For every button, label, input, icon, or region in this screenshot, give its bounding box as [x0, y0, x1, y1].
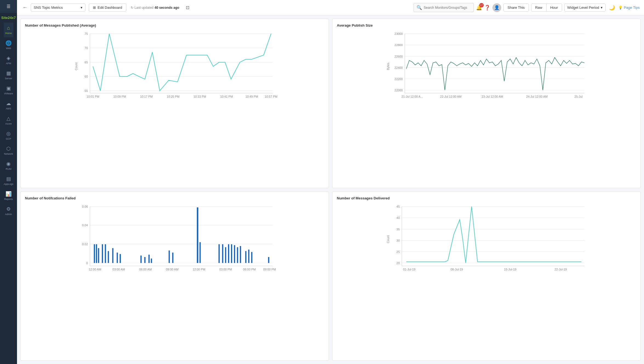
hour-button[interactable]: Hour [546, 4, 562, 11]
hamburger-icon: ☰ [7, 4, 10, 9]
chevron-down-icon: ▾ [81, 5, 82, 10]
sidebar-label-vmware: VMware [4, 92, 13, 95]
chart3-title: Number of Notifcations Failed [25, 196, 324, 200]
svg-rect-84 [245, 251, 246, 263]
svg-text:22000: 22000 [394, 89, 403, 92]
svg-text:10:25 PM: 10:25 PM [167, 95, 179, 98]
dashboard-selector[interactable]: SNS Topic Metrics ▾ [31, 4, 86, 12]
hamburger-button[interactable]: ☰ [0, 0, 17, 13]
svg-text:23000: 23000 [394, 32, 403, 35]
sidebar-item-home[interactable]: ⌂Home [4, 22, 13, 37]
chevron-down-icon: ▾ [601, 5, 603, 10]
svg-text:0.02: 0.02 [82, 242, 88, 246]
svg-text:22200: 22200 [394, 77, 403, 81]
chart-messages-published: Number of Messages Published (Average) 7… [20, 19, 329, 188]
back-button[interactable]: ← [21, 4, 29, 12]
monitor-button[interactable]: ⊡ [184, 3, 192, 12]
svg-text:40: 40 [397, 216, 400, 219]
chart4-svg: 45 40 35 30 25 20 Count 01-Jul-19 08-Jul… [337, 204, 636, 275]
sidebar-item-applogs[interactable]: ▤AppLogs [4, 173, 13, 188]
svg-rect-65 [112, 248, 113, 263]
sidebar-label-gcp: GCP [6, 137, 11, 140]
chart-notifications-failed: Number of Notifcations Failed 0.06 0.04 … [20, 191, 329, 361]
svg-text:10:49 PM: 10:49 PM [245, 95, 258, 98]
avatar[interactable]: 👤 [492, 3, 501, 12]
svg-text:09:00 AM: 09:00 AM [166, 267, 178, 271]
svg-rect-60 [96, 244, 97, 263]
svg-text:01-Jul-19: 01-Jul-19 [403, 267, 415, 271]
topbar: ← SNS Topic Metrics ▾ ⊞ Edit Dashboard ↻… [17, 0, 644, 15]
svg-text:09:00 PM: 09:00 PM [263, 267, 276, 271]
network-icon: ⬡ [6, 146, 11, 152]
sidebar-item-gcp[interactable]: ◎GCP [4, 128, 13, 143]
svg-rect-81 [234, 245, 235, 263]
svg-text:22800: 22800 [394, 43, 403, 47]
sidebar-item-aws[interactable]: ☁AWS [4, 98, 13, 113]
svg-text:06:00 AM: 06:00 AM [139, 267, 152, 271]
svg-text:30: 30 [397, 239, 400, 242]
sidebar-item-azure[interactable]: △Azure [4, 113, 13, 128]
help-button[interactable]: ❓ [484, 5, 490, 11]
sidebar-label-web: Web [6, 47, 11, 50]
svg-rect-79 [228, 244, 229, 263]
svg-text:10:17 PM: 10:17 PM [140, 95, 153, 98]
svg-text:Bytes: Bytes [386, 63, 390, 70]
share-button[interactable]: Share This [503, 4, 529, 12]
dark-mode-button[interactable]: 🌙 [608, 4, 616, 12]
svg-text:45: 45 [397, 205, 400, 208]
search-input[interactable] [424, 6, 471, 10]
sidebar-item-apm[interactable]: ◈APM [4, 52, 13, 67]
svg-rect-73 [172, 252, 173, 263]
svg-text:65: 65 [85, 61, 88, 64]
edit-dashboard-button[interactable]: ⊞ Edit Dashboard [89, 4, 126, 12]
svg-rect-62 [102, 244, 103, 263]
sidebar-label-home: Home [5, 32, 12, 35]
chart2-title: Average Publish Size [337, 23, 636, 27]
chart1-title: Number of Messages Published (Average) [25, 23, 324, 27]
period-selector[interactable]: Widget Level Period ▾ [564, 4, 606, 12]
svg-text:10:57 PM: 10:57 PM [265, 95, 277, 98]
sidebar-item-reports[interactable]: 📊Reports [4, 188, 13, 203]
sidebar-item-vmware[interactable]: ▣VMware [4, 83, 13, 98]
dashboard-name: SNS Topic Metrics [34, 5, 63, 10]
sidebar-label-rum: RUM [6, 168, 12, 170]
apm-icon: ◈ [7, 55, 10, 61]
chart4-title: Number of Messages Delivered [337, 196, 636, 200]
svg-text:25-Jul: 25-Jul [574, 95, 583, 98]
svg-rect-70 [149, 255, 150, 263]
svg-text:Count: Count [75, 63, 78, 70]
chart-messages-delivered: Number of Messages Delivered 45 40 [332, 191, 641, 361]
chart4-wrapper: 45 40 35 30 25 20 Count 01-Jul-19 08-Jul… [337, 204, 636, 275]
sidebar-item-server[interactable]: ▦Server [4, 67, 13, 83]
notification-badge: 17 [479, 3, 484, 7]
svg-rect-74 [197, 207, 198, 263]
svg-text:15-Jul-19: 15-Jul-19 [504, 267, 516, 271]
sidebar-item-rum[interactable]: ◉RUM [4, 158, 13, 173]
notification-bell[interactable]: 🔔 17 [476, 5, 482, 11]
sidebar-label-aws: AWS [6, 107, 11, 110]
sidebar-item-network[interactable]: ⬡Network [4, 143, 13, 158]
chart3-wrapper: 0.06 0.04 0.02 0 12:00 AM 03:00 AM 06:00… [25, 204, 324, 275]
refresh-info: ↻ Last updated 40 seconds ago [131, 6, 179, 10]
svg-text:0.04: 0.04 [82, 224, 88, 227]
svg-text:22-Jul-19: 22-Jul-19 [554, 267, 567, 271]
sidebar-item-admin[interactable]: ⚙Admin [4, 203, 13, 218]
svg-text:06:00 PM: 06:00 PM [243, 267, 256, 271]
vmware-icon: ▣ [6, 85, 11, 91]
chart-avg-publish-size: Average Publish Size 23000 22800 [332, 19, 641, 188]
svg-rect-63 [105, 244, 106, 263]
svg-text:03:00 PM: 03:00 PM [219, 267, 232, 271]
page-tips-button[interactable]: 💡 Page Tips [618, 5, 640, 10]
svg-text:10:01 PM: 10:01 PM [87, 95, 99, 98]
raw-button[interactable]: Raw [531, 4, 546, 11]
sidebar-label-applogs: AppLogs [4, 183, 13, 185]
search-box[interactable]: 🔍 [414, 3, 474, 12]
svg-rect-68 [140, 255, 141, 263]
sidebar-label-reports: Reports [4, 198, 13, 201]
rum-icon: ◉ [6, 161, 11, 167]
svg-text:70: 70 [85, 46, 88, 50]
main-content: ← SNS Topic Metrics ▾ ⊞ Edit Dashboard ↻… [17, 0, 644, 364]
chart2-svg: 23000 22800 22600 22400 22200 22000 Byte… [337, 31, 636, 102]
sidebar-item-web[interactable]: 🌐Web [4, 37, 13, 52]
sidebar-label-admin: Admin [5, 213, 12, 216]
